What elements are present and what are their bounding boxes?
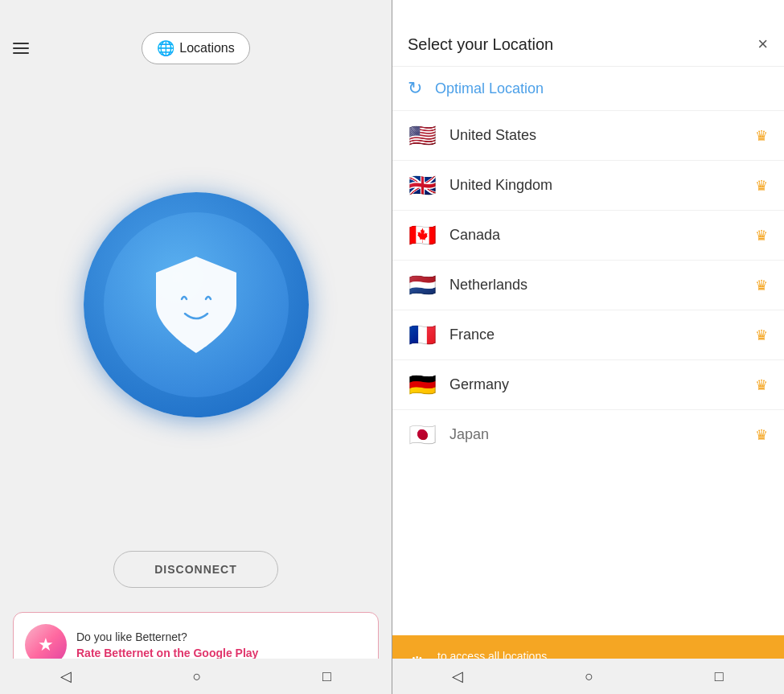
flag-de: 🇩🇪 xyxy=(408,372,437,398)
flag-us: 🇺🇸 xyxy=(408,122,437,149)
flag-jp: 🇯🇵 xyxy=(408,421,437,448)
location-list: ↻ Optimal Location 🇺🇸 United States ♛ 🇬🇧… xyxy=(392,67,784,635)
optimal-icon: ↻ xyxy=(408,78,422,99)
rate-link[interactable]: Rate Betternet on the Google Play xyxy=(76,647,367,659)
rate-title: Do you like Betternet? xyxy=(76,630,367,643)
location-item-ca[interactable]: 🇨🇦 Canada ♛ xyxy=(392,211,784,261)
optimal-location-name: Optimal Location xyxy=(435,80,768,97)
right-bottom-nav: ◁ ○ □ xyxy=(392,659,784,694)
right-header: Select your Location × xyxy=(392,23,784,67)
location-item-nl[interactable]: 🇳🇱 Netherlands ♛ xyxy=(392,261,784,310)
star-icon: ★ xyxy=(38,634,54,655)
flag-fr: 🇫🇷 xyxy=(408,322,437,348)
location-item-us[interactable]: 🇺🇸 United States ♛ xyxy=(392,111,784,161)
vpn-outer-circle xyxy=(84,192,309,417)
disconnect-section: DISCONNECT xyxy=(0,551,392,612)
crown-icon-us: ♛ xyxy=(755,127,768,145)
disconnect-button[interactable]: DISCONNECT xyxy=(113,551,278,588)
location-name-ca: Canada xyxy=(449,227,742,244)
globe-icon: 🌐 xyxy=(157,39,174,57)
right-panel: Select your Location × ↻ Optimal Locatio… xyxy=(392,0,784,694)
location-item-fr[interactable]: 🇫🇷 France ♛ xyxy=(392,310,784,360)
close-button[interactable]: × xyxy=(757,34,768,55)
crown-icon-nl: ♛ xyxy=(755,277,768,294)
back-button-right[interactable]: ◁ xyxy=(452,667,463,685)
location-name-jp: Japan xyxy=(449,426,742,443)
location-item-jp[interactable]: 🇯🇵 Japan ♛ xyxy=(392,410,784,459)
panel-divider xyxy=(392,0,392,694)
vpn-shield-container xyxy=(0,74,392,551)
crown-icon-jp: ♛ xyxy=(755,426,768,444)
location-name-us: United States xyxy=(449,127,742,144)
recents-button[interactable]: □ xyxy=(322,668,331,685)
back-button[interactable]: ◁ xyxy=(60,667,72,685)
locations-button[interactable]: 🌐 Locations xyxy=(142,32,250,64)
location-name-uk: United Kingdom xyxy=(449,177,742,194)
crown-icon-de: ♛ xyxy=(755,376,768,394)
flag-ca: 🇨🇦 xyxy=(408,222,437,248)
shield-face xyxy=(148,253,244,357)
left-header: 🌐 Locations xyxy=(0,23,392,74)
vpn-inner-circle xyxy=(104,212,289,397)
crown-icon-uk: ♛ xyxy=(755,177,768,195)
panel-title: Select your Location xyxy=(408,35,553,54)
crown-icon-ca: ♛ xyxy=(755,227,768,244)
locations-label: Locations xyxy=(179,41,235,55)
rate-text: Do you like Betternet? Rate Betternet on… xyxy=(76,630,367,659)
left-bottom-nav: ◁ ○ □ xyxy=(0,659,392,694)
location-item-de[interactable]: 🇩🇪 Germany ♛ xyxy=(392,360,784,410)
location-item-uk[interactable]: 🇬🇧 United Kingdom ♛ xyxy=(392,161,784,211)
hamburger-menu[interactable] xyxy=(13,43,29,54)
location-name-fr: France xyxy=(449,326,742,343)
location-name-de: Germany xyxy=(449,376,742,393)
location-item-optimal[interactable]: ↻ Optimal Location xyxy=(392,67,784,111)
recents-button-right[interactable]: □ xyxy=(715,668,724,685)
home-button-right[interactable]: ○ xyxy=(585,668,593,685)
flag-uk: 🇬🇧 xyxy=(408,172,437,199)
location-name-nl: Netherlands xyxy=(449,277,742,294)
left-panel: 🌐 Locations xyxy=(0,0,392,694)
crown-icon-fr: ♛ xyxy=(755,326,768,344)
flag-nl: 🇳🇱 xyxy=(408,272,437,298)
home-button[interactable]: ○ xyxy=(193,668,202,685)
